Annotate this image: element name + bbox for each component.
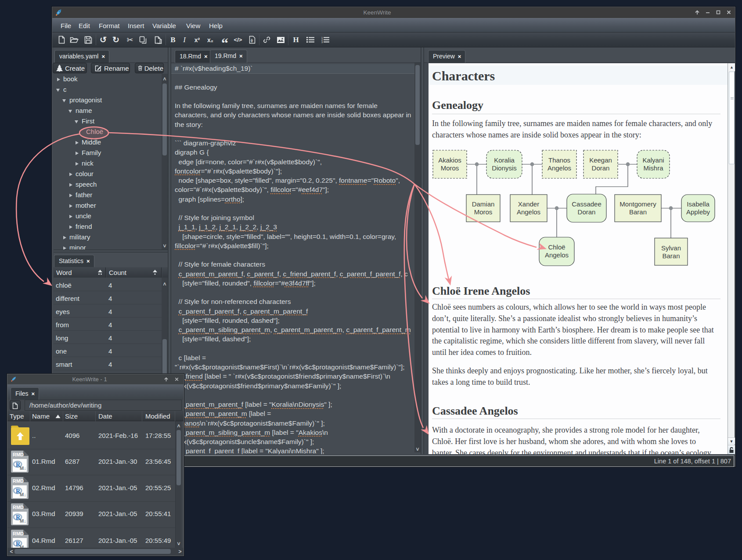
svg-text:ϕ: ϕ [251, 38, 253, 43]
svg-text:Doran: Doran [578, 208, 596, 216]
svg-text:3: 3 [321, 41, 323, 43]
svg-text:Mishra: Mishra [643, 164, 663, 172]
svg-text:Cassadee: Cassadee [572, 200, 602, 208]
svg-text:Kalyani: Kalyani [642, 156, 664, 164]
svg-text:Xander: Xander [518, 200, 539, 208]
svg-text:Angelos: Angelos [547, 164, 571, 172]
svg-text:Moros: Moros [441, 164, 459, 172]
svg-text:Isabella: Isabella [687, 200, 710, 208]
svg-text:Koralia: Koralia [494, 156, 515, 164]
svg-text:Montgomery: Montgomery [620, 200, 656, 208]
svg-text:Sylvan: Sylvan [661, 244, 681, 252]
svg-text:Damian: Damian [472, 200, 495, 208]
svg-text:Angelos: Angelos [545, 251, 569, 259]
svg-text:Baran: Baran [662, 252, 680, 260]
svg-text:Chloë: Chloë [548, 243, 565, 251]
svg-text:Angelos: Angelos [517, 208, 540, 216]
svg-text:Moros: Moros [474, 208, 493, 216]
svg-text:Thanos: Thanos [548, 156, 570, 164]
svg-text:Akakios: Akakios [438, 156, 461, 164]
svg-text:Doran: Doran [592, 164, 610, 172]
svg-text:Appleby: Appleby [686, 208, 710, 216]
svg-text:Dionysis: Dionysis [492, 164, 517, 172]
svg-text:Keegan: Keegan [589, 156, 612, 164]
svg-text:Baran: Baran [629, 208, 647, 216]
